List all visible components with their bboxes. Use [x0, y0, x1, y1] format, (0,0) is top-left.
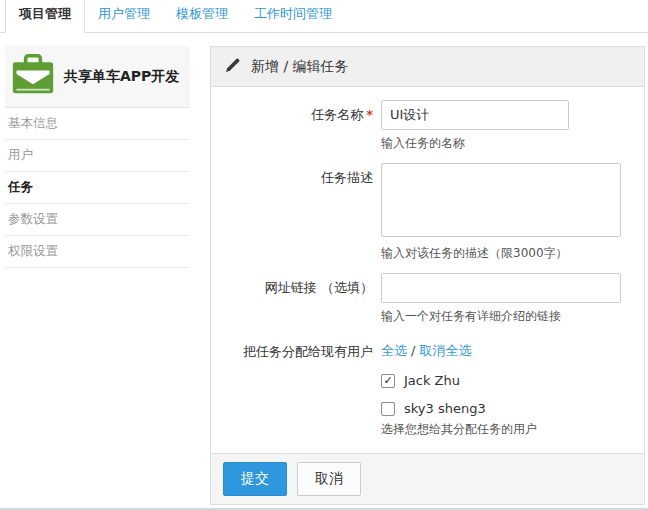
link-separator: / [411, 343, 415, 358]
task-name-label-text: 任务名称 [311, 107, 363, 122]
main-content: 共享单车APP开发 基本信息 用户 任务 参数设置 权限设置 新增 / 编辑任务 [0, 33, 648, 505]
task-url-input[interactable] [381, 273, 621, 303]
task-name-label: 任务名称* [211, 100, 381, 152]
sidebar: 共享单车APP开发 基本信息 用户 任务 参数设置 权限设置 [5, 46, 190, 505]
sidebar-item-permission-settings[interactable]: 权限设置 [5, 236, 190, 268]
project-header: 共享单车APP开发 [5, 46, 190, 108]
user-name: Jack Zhu [404, 373, 460, 388]
select-all-link[interactable]: 全选 [381, 343, 407, 358]
task-name-input[interactable] [381, 100, 569, 130]
row-assign-users: 把任务分配给现有用户 全选/取消全选 ✓ Jack Zhu sky3 sheng… [211, 336, 644, 438]
task-name-control: 输入任务的名称 [381, 100, 569, 152]
row-task-description: 任务描述 输入对该任务的描述（限3000字） [211, 163, 644, 262]
required-asterisk: * [366, 107, 373, 122]
tab-worktime-management[interactable]: 工作时间管理 [241, 0, 345, 32]
briefcase-icon [11, 53, 55, 100]
panel-title: 新增 / 编辑任务 [251, 58, 349, 76]
row-task-url: 网址链接 （选填） 输入一个对任务有详细介绍的链接 [211, 273, 644, 325]
pencil-icon [225, 57, 241, 76]
sidebar-item-basic-info[interactable]: 基本信息 [5, 108, 190, 140]
task-description-textarea[interactable] [381, 163, 621, 237]
select-links: 全选/取消全选 [381, 336, 537, 360]
checkbox-checked-icon[interactable]: ✓ [381, 374, 395, 388]
tab-template-management[interactable]: 模板管理 [163, 0, 241, 32]
task-name-help: 输入任务的名称 [381, 135, 569, 152]
form-footer: 提交 取消 [211, 453, 644, 504]
task-form: 任务名称* 输入任务的名称 任务描述 输入对该任务的描述（限3000字） [211, 87, 644, 453]
task-form-panel: 新增 / 编辑任务 任务名称* 输入任务的名称 任务描述 [210, 46, 645, 505]
tab-user-management[interactable]: 用户管理 [85, 0, 163, 32]
page: 项目管理 用户管理 模板管理 工作时间管理 共享单车APP开发 基本信息 [0, 0, 648, 510]
task-description-help: 输入对该任务的描述（限3000字） [381, 245, 621, 262]
project-title: 共享单车APP开发 [64, 68, 179, 86]
sidebar-item-parameter-settings[interactable]: 参数设置 [5, 204, 190, 236]
top-tab-bar: 项目管理 用户管理 模板管理 工作时间管理 [0, 0, 648, 33]
user-checkbox-sky3-sheng3[interactable]: sky3 sheng3 [381, 401, 537, 416]
user-checkbox-jack-zhu[interactable]: ✓ Jack Zhu [381, 373, 537, 388]
assign-users-control: 全选/取消全选 ✓ Jack Zhu sky3 sheng3 选择您想给其分配任… [381, 336, 537, 438]
task-url-label: 网址链接 （选填） [211, 273, 381, 325]
task-description-label: 任务描述 [211, 163, 381, 262]
deselect-all-link[interactable]: 取消全选 [419, 343, 471, 358]
tab-project-management[interactable]: 项目管理 [5, 0, 85, 33]
task-description-control: 输入对该任务的描述（限3000字） [381, 163, 621, 262]
cancel-button[interactable]: 取消 [297, 462, 361, 496]
panel-header: 新增 / 编辑任务 [211, 47, 644, 87]
checkbox-unchecked-icon[interactable] [381, 402, 395, 416]
submit-button[interactable]: 提交 [223, 462, 287, 496]
task-url-control: 输入一个对任务有详细介绍的链接 [381, 273, 621, 325]
sidebar-nav: 基本信息 用户 任务 参数设置 权限设置 [5, 108, 190, 268]
sidebar-item-tasks[interactable]: 任务 [5, 172, 190, 204]
assign-users-help: 选择您想给其分配任务的用户 [381, 421, 537, 438]
sidebar-item-users[interactable]: 用户 [5, 140, 190, 172]
user-name: sky3 sheng3 [404, 401, 486, 416]
row-task-name: 任务名称* 输入任务的名称 [211, 100, 644, 152]
task-url-help: 输入一个对任务有详细介绍的链接 [381, 308, 621, 325]
assign-users-label: 把任务分配给现有用户 [211, 336, 381, 438]
